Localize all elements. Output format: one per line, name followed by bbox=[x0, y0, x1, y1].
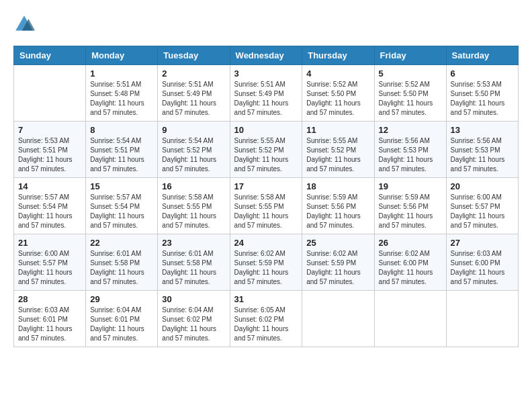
calendar-week-row: 14Sunrise: 5:57 AM Sunset: 5:54 PM Dayli… bbox=[14, 178, 519, 234]
day-info: Sunrise: 5:57 AM Sunset: 5:54 PM Dayligh… bbox=[90, 193, 153, 230]
header bbox=[13, 13, 519, 35]
calendar-cell: 12Sunrise: 5:56 AM Sunset: 5:53 PM Dayli… bbox=[374, 122, 446, 178]
calendar-cell bbox=[302, 291, 374, 347]
day-info: Sunrise: 6:00 AM Sunset: 5:57 PM Dayligh… bbox=[18, 249, 81, 287]
day-info: Sunrise: 5:58 AM Sunset: 5:55 PM Dayligh… bbox=[234, 193, 298, 230]
day-info: Sunrise: 5:53 AM Sunset: 5:51 PM Dayligh… bbox=[18, 136, 81, 174]
day-info: Sunrise: 5:59 AM Sunset: 5:56 PM Dayligh… bbox=[306, 193, 369, 230]
day-number: 7 bbox=[18, 125, 81, 135]
header-row: SundayMondayTuesdayWednesdayThursdayFrid… bbox=[14, 46, 519, 65]
calendar-body: 1Sunrise: 5:51 AM Sunset: 5:48 PM Daylig… bbox=[14, 65, 519, 347]
calendar-cell: 3Sunrise: 5:51 AM Sunset: 5:49 PM Daylig… bbox=[230, 65, 302, 122]
calendar-cell: 27Sunrise: 6:03 AM Sunset: 6:00 PM Dayli… bbox=[446, 234, 518, 291]
calendar-cell: 18Sunrise: 5:59 AM Sunset: 5:56 PM Dayli… bbox=[302, 178, 374, 234]
day-number: 20 bbox=[451, 181, 514, 191]
day-of-week-header: Friday bbox=[374, 46, 446, 65]
day-info: Sunrise: 5:52 AM Sunset: 5:50 PM Dayligh… bbox=[379, 80, 442, 118]
day-number: 15 bbox=[90, 181, 153, 191]
calendar-cell: 6Sunrise: 5:53 AM Sunset: 5:50 PM Daylig… bbox=[446, 65, 518, 122]
day-info: Sunrise: 6:02 AM Sunset: 6:00 PM Dayligh… bbox=[379, 249, 442, 287]
day-number: 12 bbox=[379, 125, 442, 135]
day-number: 1 bbox=[90, 68, 153, 79]
day-of-week-header: Wednesday bbox=[230, 46, 302, 65]
day-info: Sunrise: 5:58 AM Sunset: 5:55 PM Dayligh… bbox=[162, 193, 225, 230]
day-info: Sunrise: 6:01 AM Sunset: 5:58 PM Dayligh… bbox=[90, 249, 153, 287]
day-info: Sunrise: 6:04 AM Sunset: 6:02 PM Dayligh… bbox=[162, 306, 225, 343]
calendar-cell: 19Sunrise: 5:59 AM Sunset: 5:56 PM Dayli… bbox=[374, 178, 446, 234]
day-number: 18 bbox=[306, 181, 369, 191]
calendar-week-row: 1Sunrise: 5:51 AM Sunset: 5:48 PM Daylig… bbox=[14, 65, 519, 122]
day-info: Sunrise: 5:55 AM Sunset: 5:52 PM Dayligh… bbox=[306, 136, 369, 174]
day-info: Sunrise: 5:53 AM Sunset: 5:50 PM Dayligh… bbox=[451, 80, 514, 118]
day-info: Sunrise: 6:00 AM Sunset: 5:57 PM Dayligh… bbox=[451, 193, 514, 230]
day-info: Sunrise: 5:57 AM Sunset: 5:54 PM Dayligh… bbox=[18, 193, 81, 230]
calendar-cell: 9Sunrise: 5:54 AM Sunset: 5:52 PM Daylig… bbox=[158, 122, 230, 178]
day-number: 11 bbox=[306, 125, 369, 135]
calendar-cell: 15Sunrise: 5:57 AM Sunset: 5:54 PM Dayli… bbox=[86, 178, 158, 234]
calendar-week-row: 28Sunrise: 6:03 AM Sunset: 6:01 PM Dayli… bbox=[14, 291, 519, 347]
day-number: 19 bbox=[379, 181, 442, 191]
day-info: Sunrise: 5:56 AM Sunset: 5:53 PM Dayligh… bbox=[451, 136, 514, 174]
calendar-cell: 22Sunrise: 6:01 AM Sunset: 5:58 PM Dayli… bbox=[86, 234, 158, 291]
day-info: Sunrise: 5:51 AM Sunset: 5:49 PM Dayligh… bbox=[162, 80, 225, 118]
day-info: Sunrise: 6:01 AM Sunset: 5:58 PM Dayligh… bbox=[162, 249, 225, 287]
calendar-header: SundayMondayTuesdayWednesdayThursdayFrid… bbox=[14, 46, 519, 65]
calendar-cell: 5Sunrise: 5:52 AM Sunset: 5:50 PM Daylig… bbox=[374, 65, 446, 122]
calendar-cell: 24Sunrise: 6:02 AM Sunset: 5:59 PM Dayli… bbox=[230, 234, 302, 291]
calendar-cell: 16Sunrise: 5:58 AM Sunset: 5:55 PM Dayli… bbox=[158, 178, 230, 234]
logo-icon bbox=[13, 13, 35, 35]
calendar-week-row: 7Sunrise: 5:53 AM Sunset: 5:51 PM Daylig… bbox=[14, 122, 519, 178]
calendar-cell: 25Sunrise: 6:02 AM Sunset: 5:59 PM Dayli… bbox=[302, 234, 374, 291]
day-number: 22 bbox=[90, 238, 153, 248]
day-of-week-header: Tuesday bbox=[158, 46, 230, 65]
calendar-cell: 7Sunrise: 5:53 AM Sunset: 5:51 PM Daylig… bbox=[14, 122, 86, 178]
day-info: Sunrise: 6:02 AM Sunset: 5:59 PM Dayligh… bbox=[234, 249, 298, 287]
calendar-cell: 1Sunrise: 5:51 AM Sunset: 5:48 PM Daylig… bbox=[86, 65, 158, 122]
calendar-week-row: 21Sunrise: 6:00 AM Sunset: 5:57 PM Dayli… bbox=[14, 234, 519, 291]
day-info: Sunrise: 6:04 AM Sunset: 6:01 PM Dayligh… bbox=[90, 306, 153, 343]
day-number: 14 bbox=[18, 181, 81, 191]
calendar-cell: 13Sunrise: 5:56 AM Sunset: 5:53 PM Dayli… bbox=[446, 122, 518, 178]
day-number: 10 bbox=[234, 125, 298, 135]
day-number: 2 bbox=[162, 68, 225, 79]
day-info: Sunrise: 5:51 AM Sunset: 5:48 PM Dayligh… bbox=[90, 80, 153, 118]
day-number: 5 bbox=[379, 68, 442, 79]
day-info: Sunrise: 6:03 AM Sunset: 6:00 PM Dayligh… bbox=[451, 249, 514, 287]
calendar-cell: 26Sunrise: 6:02 AM Sunset: 6:00 PM Dayli… bbox=[374, 234, 446, 291]
day-info: Sunrise: 6:02 AM Sunset: 5:59 PM Dayligh… bbox=[306, 249, 369, 287]
day-number: 16 bbox=[162, 181, 225, 191]
calendar-cell: 28Sunrise: 6:03 AM Sunset: 6:01 PM Dayli… bbox=[14, 291, 86, 347]
calendar-cell: 8Sunrise: 5:54 AM Sunset: 5:51 PM Daylig… bbox=[86, 122, 158, 178]
day-number: 24 bbox=[234, 238, 298, 248]
calendar-table: SundayMondayTuesdayWednesdayThursdayFrid… bbox=[13, 46, 519, 347]
calendar-cell: 11Sunrise: 5:55 AM Sunset: 5:52 PM Dayli… bbox=[302, 122, 374, 178]
day-number: 17 bbox=[234, 181, 298, 191]
day-number: 31 bbox=[234, 294, 298, 304]
day-number: 9 bbox=[162, 125, 225, 135]
day-info: Sunrise: 5:52 AM Sunset: 5:50 PM Dayligh… bbox=[306, 80, 369, 118]
day-number: 28 bbox=[18, 294, 81, 304]
day-info: Sunrise: 5:56 AM Sunset: 5:53 PM Dayligh… bbox=[379, 136, 442, 174]
calendar-cell: 17Sunrise: 5:58 AM Sunset: 5:55 PM Dayli… bbox=[230, 178, 302, 234]
calendar-cell: 21Sunrise: 6:00 AM Sunset: 5:57 PM Dayli… bbox=[14, 234, 86, 291]
calendar-cell: 4Sunrise: 5:52 AM Sunset: 5:50 PM Daylig… bbox=[302, 65, 374, 122]
day-number: 4 bbox=[306, 68, 369, 79]
day-info: Sunrise: 5:59 AM Sunset: 5:56 PM Dayligh… bbox=[379, 193, 442, 230]
day-number: 25 bbox=[306, 238, 369, 248]
day-info: Sunrise: 5:54 AM Sunset: 5:51 PM Dayligh… bbox=[90, 136, 153, 174]
day-number: 21 bbox=[18, 238, 81, 248]
day-info: Sunrise: 5:55 AM Sunset: 5:52 PM Dayligh… bbox=[234, 136, 298, 174]
day-number: 23 bbox=[162, 238, 225, 248]
calendar-cell: 10Sunrise: 5:55 AM Sunset: 5:52 PM Dayli… bbox=[230, 122, 302, 178]
calendar-cell: 23Sunrise: 6:01 AM Sunset: 5:58 PM Dayli… bbox=[158, 234, 230, 291]
day-of-week-header: Sunday bbox=[14, 46, 86, 65]
calendar-cell: 2Sunrise: 5:51 AM Sunset: 5:49 PM Daylig… bbox=[158, 65, 230, 122]
day-number: 29 bbox=[90, 294, 153, 304]
day-number: 27 bbox=[451, 238, 514, 248]
day-number: 6 bbox=[451, 68, 514, 79]
calendar-cell: 20Sunrise: 6:00 AM Sunset: 5:57 PM Dayli… bbox=[446, 178, 518, 234]
calendar-cell: 31Sunrise: 6:05 AM Sunset: 6:02 PM Dayli… bbox=[230, 291, 302, 347]
day-info: Sunrise: 6:03 AM Sunset: 6:01 PM Dayligh… bbox=[18, 306, 81, 343]
calendar-cell: 29Sunrise: 6:04 AM Sunset: 6:01 PM Dayli… bbox=[86, 291, 158, 347]
calendar-cell: 30Sunrise: 6:04 AM Sunset: 6:02 PM Dayli… bbox=[158, 291, 230, 347]
